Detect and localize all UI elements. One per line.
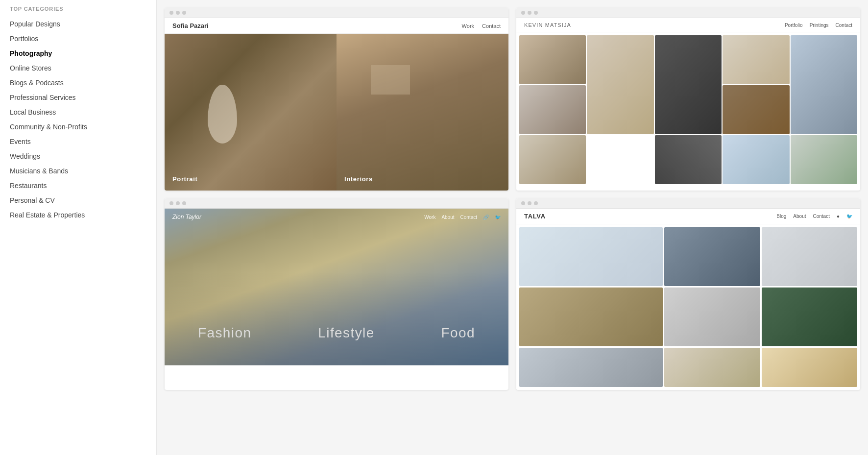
sidebar-item-portfolios[interactable]: Portfolios: [10, 31, 146, 46]
zion-nav-twitter: 🐦: [495, 215, 501, 220]
card-chrome-sofia: [165, 8, 508, 18]
talva-header: TALVA Blog About Contact ● 🐦: [516, 209, 860, 224]
zion-nav-contact: Contact: [460, 215, 477, 220]
sidebar-item-events[interactable]: Events: [10, 134, 146, 149]
sidebar-item-local-business[interactable]: Local Business: [10, 105, 146, 120]
chrome-dot-8: [176, 201, 180, 205]
sidebar-item-community[interactable]: Community & Non-Profits: [10, 120, 146, 134]
sidebar-item-popular[interactable]: Popular Designs: [10, 17, 146, 31]
sofia-img-right: Interiors: [337, 34, 508, 191]
talva-cell-3: [762, 227, 857, 286]
card-chrome-talva: [516, 198, 860, 209]
kevin-nav-portfolio: Portfolio: [785, 23, 803, 28]
talva-photo-masonry: [516, 224, 860, 390]
sidebar-item-online-stores[interactable]: Online Stores: [10, 61, 146, 75]
talva-cell-8: [664, 348, 760, 387]
talva-cell-7: [519, 348, 663, 387]
kevin-header: KEVIN MATSIJA Portfolio Printings Contac…: [516, 18, 860, 32]
photo-cell-8: [655, 135, 722, 184]
kevin-nav-contact: Contact: [836, 23, 852, 28]
kevin-nav-printings: Printings: [810, 23, 829, 28]
photo-cell-2: [587, 35, 653, 134]
sofia-nav-contact: Contact: [482, 23, 501, 29]
talva-cell-5: [664, 287, 760, 346]
template-card-zion[interactable]: Zion Taylor Work About Contact 🔗 🐦 Fashi…: [165, 198, 508, 390]
chrome-dot-7: [169, 201, 173, 205]
sidebar-item-weddings[interactable]: Weddings: [10, 149, 146, 164]
sidebar-item-blogs-podcasts[interactable]: Blogs & Podcasts: [10, 75, 146, 90]
talva-nav: Blog About Contact ● 🐦: [776, 214, 852, 219]
chrome-dot-10: [521, 201, 525, 205]
zion-logo: Zion Taylor: [172, 214, 201, 220]
sofia-logo: Sofia Pazari: [172, 22, 209, 29]
card-chrome-kevin: [516, 8, 860, 18]
zion-nav-about: About: [441, 215, 454, 220]
sidebar-item-musicians[interactable]: Musicians & Bands: [10, 164, 146, 178]
photo-cell-6: [723, 85, 789, 134]
talva-nav-about: About: [793, 214, 806, 219]
sofia-nav-work: Work: [462, 23, 474, 29]
zion-header: Zion Taylor Work About Contact 🔗 🐦: [165, 209, 508, 225]
template-card-sofia[interactable]: Sofia Pazari Work Contact Portrait Inter…: [165, 8, 508, 191]
sidebar: TOP CATEGORIES Popular Designs Portfolio…: [0, 0, 157, 455]
zion-hero-food: Food: [441, 325, 475, 341]
sofia-images-grid: Portrait Interiors: [165, 34, 508, 191]
sofia-img-left: Portrait: [165, 34, 337, 191]
sidebar-item-personal-cv[interactable]: Personal & CV: [10, 193, 146, 208]
photo-cell-3: [655, 35, 722, 134]
talva-cell-6: [762, 287, 857, 346]
sofia-label-right: Interiors: [344, 175, 373, 183]
photo-cell-4: [723, 35, 789, 84]
photo-cell-1: [519, 35, 586, 84]
kevin-photo-grid: [516, 32, 860, 188]
template-card-kevin[interactable]: KEVIN MATSIJA Portfolio Printings Contac…: [516, 8, 860, 191]
talva-nav-contact: Contact: [813, 214, 829, 219]
talva-cell-4: [519, 287, 663, 346]
zion-body: Zion Taylor Work About Contact 🔗 🐦 Fashi…: [165, 209, 508, 365]
photo-cell-7: [519, 135, 586, 184]
talva-nav-blog: Blog: [776, 214, 786, 219]
sidebar-section-title: TOP CATEGORIES: [10, 6, 146, 12]
talva-cell-2: [664, 227, 760, 286]
sofia-label-left: Portrait: [172, 175, 197, 183]
talva-nav-twitter: 🐦: [846, 214, 852, 219]
sidebar-item-restaurants[interactable]: Restaurants: [10, 178, 146, 193]
chrome-dot-11: [528, 201, 531, 205]
talva-cell-1: [519, 227, 663, 286]
zion-nav-link: 🔗: [483, 215, 489, 220]
photo-cell-9: [723, 135, 789, 184]
chrome-dot-1: [169, 11, 173, 15]
talva-cell-9: [762, 348, 857, 387]
zion-nav: Work About Contact 🔗 🐦: [424, 215, 501, 220]
photo-cell-11: [791, 35, 857, 134]
card-chrome-zion: [165, 198, 508, 209]
sofia-header: Sofia Pazari Work Contact: [165, 18, 508, 34]
main-content: Sofia Pazari Work Contact Portrait Inter…: [157, 0, 868, 455]
template-card-talva[interactable]: TALVA Blog About Contact ● 🐦: [516, 198, 860, 390]
talva-nav-dot: ●: [837, 214, 840, 219]
zion-nav-work: Work: [424, 215, 435, 220]
sidebar-item-real-estate[interactable]: Real Estate & Properties: [10, 208, 146, 222]
chrome-dot-2: [176, 11, 180, 15]
chrome-dot-5: [528, 11, 531, 15]
chrome-dot-12: [534, 201, 538, 205]
photo-cell-10: [791, 135, 857, 184]
photo-cell-5: [519, 85, 586, 134]
sidebar-item-professional[interactable]: Professional Services: [10, 90, 146, 105]
kevin-logo: KEVIN MATSIJA: [524, 22, 571, 28]
zion-hero-lifestyle: Lifestyle: [318, 325, 374, 341]
chrome-dot-3: [182, 11, 186, 15]
zion-hero-fashion: Fashion: [198, 325, 251, 341]
talva-logo: TALVA: [524, 213, 546, 220]
chrome-dot-6: [534, 11, 538, 15]
kevin-nav: Portfolio Printings Contact: [785, 23, 852, 28]
chrome-dot-4: [521, 11, 525, 15]
chrome-dot-9: [182, 201, 186, 205]
sidebar-item-photography[interactable]: Photography: [10, 46, 146, 61]
sofia-nav: Work Contact: [462, 23, 501, 29]
